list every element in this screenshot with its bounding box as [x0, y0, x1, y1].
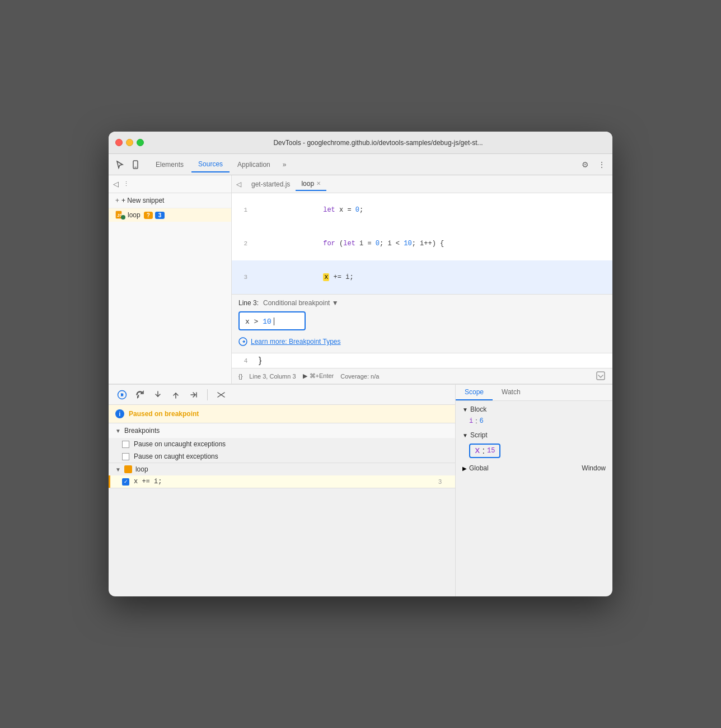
new-snippet-button[interactable]: + + New snippet	[109, 193, 231, 208]
bp-item[interactable]: ✓ x += i; 3	[109, 475, 455, 488]
tab-close-icon[interactable]: ✕	[316, 180, 321, 186]
more-options-icon[interactable]: ⋮	[596, 158, 608, 171]
cursor-icon[interactable]	[113, 158, 127, 171]
scope-block: ▼ Block i : 6	[456, 403, 612, 427]
code-line-1: 1 let x = 0;	[232, 193, 612, 227]
file-item-loop[interactable]: JS loop ? 3	[109, 208, 231, 222]
condition-text: x > 10	[245, 318, 271, 326]
pause-uncaught-checkbox[interactable]	[122, 441, 129, 448]
sidebar-back-icon[interactable]: ◁	[113, 180, 119, 188]
pause-caught-checkbox[interactable]	[122, 453, 129, 460]
run-indicator	[121, 215, 125, 220]
tab-application[interactable]: Application	[231, 157, 277, 172]
coverage-dropdown[interactable]	[596, 371, 606, 382]
code-lines: 1 let x = 0; 2 for (let i = 0; i < 10; i…	[232, 193, 612, 294]
sidebar-toolbar: ◁ ⋮	[109, 175, 231, 193]
scope-global-header[interactable]: ▶ Global Window	[456, 463, 612, 474]
scope-block-header[interactable]: ▼ Block	[456, 403, 612, 416]
minimize-button[interactable]	[126, 139, 133, 146]
bp-expand-arrow: ▼	[115, 466, 121, 473]
deactivate-breakpoints-button[interactable]	[214, 388, 228, 402]
navigator-icon[interactable]: ◁	[236, 180, 241, 188]
sidebar-more-icon[interactable]: ⋮	[123, 180, 129, 188]
text-cursor	[274, 318, 274, 325]
pause-uncaught-row[interactable]: Pause on uncaught exceptions	[109, 438, 455, 450]
section-expand-arrow: ▼	[115, 428, 121, 434]
code-line-2: 2 for (let i = 0; i < 10; i++) {	[232, 227, 612, 260]
scope-script: ▼ Script x : 15	[456, 429, 612, 460]
sidebar: ◁ ⋮ + + New snippet JS loop	[109, 175, 232, 384]
code-line-4: 4 }	[232, 353, 612, 368]
scope-script-header[interactable]: ▼ Script	[456, 429, 612, 441]
title-bar: DevTools - googlechrome.github.io/devtoo…	[109, 132, 612, 154]
code-editor: ◁ get-started.js loop ✕ 1	[232, 175, 612, 384]
sources-panel: ◁ ⋮ + + New snippet JS loop	[109, 175, 612, 384]
svg-rect-8	[123, 393, 124, 396]
scope-var-i: i : 6	[456, 416, 612, 427]
debug-left: i Paused on breakpoint ▼ Breakpoints Pau…	[109, 385, 456, 596]
step-out-button[interactable]	[169, 388, 182, 402]
tab-get-started[interactable]: get-started.js	[246, 178, 296, 190]
header-tabs: Elements Sources Application »	[149, 157, 579, 172]
breakpoint-panel: Line 3: Conditional breakpoint ▼ x > 10	[232, 294, 612, 353]
traffic-lights	[115, 139, 144, 146]
learn-more-icon	[238, 337, 247, 346]
var-x-value: 15	[487, 447, 495, 455]
more-tabs-button[interactable]: »	[278, 161, 291, 169]
devtools-window: DevTools - googlechrome.github.io/devtoo…	[109, 132, 612, 596]
tab-sources[interactable]: Sources	[191, 157, 230, 172]
condition-input-wrapper[interactable]: x > 10	[238, 311, 306, 330]
settings-icon[interactable]: ⚙	[579, 158, 591, 171]
close-button[interactable]	[115, 139, 123, 146]
breakpoint-header: Line 3: Conditional breakpoint ▼	[238, 299, 606, 307]
bottom-panel: i Paused on breakpoint ▼ Breakpoints Pau…	[109, 384, 612, 596]
file-name: loop	[128, 211, 141, 219]
run-snippet-button[interactable]: ▶ ⌘+Enter	[303, 372, 334, 380]
scope-content: ▼ Block i : 6 ▼ Script	[456, 401, 612, 596]
tab-loop[interactable]: loop ✕	[296, 178, 326, 191]
toolbar-separator	[207, 389, 208, 400]
scope-global: ▶ Global Window	[456, 463, 612, 474]
tab-scope[interactable]: Scope	[456, 385, 493, 400]
breakpoints-section: ▼ Breakpoints Pause on uncaught exceptio…	[109, 423, 455, 463]
debug-toolbar	[109, 385, 455, 405]
breakpoint-count: 3	[155, 212, 165, 219]
scope-tabs: Scope Watch	[456, 385, 612, 401]
bp-code: x += i;	[134, 478, 438, 486]
coverage-info: Coverage: n/a	[340, 373, 379, 380]
svg-rect-5	[597, 372, 605, 380]
maximize-button[interactable]	[137, 139, 144, 146]
resume-button[interactable]	[115, 388, 129, 402]
bp-file-icon	[124, 465, 132, 473]
cursor-position: Line 3, Column 3	[249, 373, 296, 380]
tab-watch[interactable]: Watch	[493, 385, 530, 400]
svg-rect-1	[134, 167, 137, 167]
devtools-header: Elements Sources Application » ⚙ ⋮	[109, 154, 612, 175]
breakpoint-badge: ?	[144, 212, 153, 219]
bp-line-number: 3	[438, 478, 442, 485]
plus-icon: +	[115, 197, 119, 204]
code-content: 1 let x = 0; 2 for (let i = 0; i < 10; i…	[232, 193, 612, 368]
step-over-button[interactable]	[133, 388, 147, 402]
tab-elements[interactable]: Elements	[149, 157, 190, 172]
code-line-3: 3 x += i;	[232, 260, 612, 294]
bp-current-indicator	[109, 475, 110, 488]
bp-file-header[interactable]: ▼ loop	[109, 463, 455, 475]
mobile-icon[interactable]	[129, 158, 142, 171]
window-title: DevTools - googlechrome.github.io/devtoo…	[151, 139, 606, 147]
step-into-button[interactable]	[151, 388, 165, 402]
pause-caught-row[interactable]: Pause on caught exceptions	[109, 450, 455, 463]
learn-more-link[interactable]: Learn more: Breakpoint Types	[238, 335, 606, 348]
info-icon: i	[115, 409, 124, 418]
pretty-print-button[interactable]: {}	[238, 373, 242, 380]
file-icon: JS	[115, 211, 124, 220]
step-button[interactable]	[187, 388, 200, 402]
status-bar: {} Line 3, Column 3 ▶ ⌘+Enter Coverage: …	[232, 368, 612, 384]
breakpoints-header[interactable]: ▼ Breakpoints	[109, 423, 455, 438]
paused-text: Paused on breakpoint	[129, 410, 199, 418]
header-actions: ⚙ ⋮	[579, 158, 608, 171]
editor-tabs: ◁ get-started.js loop ✕	[232, 175, 612, 193]
svg-rect-7	[121, 393, 122, 396]
breakpoint-file-section: ▼ loop ✓ x += i; 3	[109, 463, 455, 488]
bp-checkbox-checked[interactable]: ✓	[122, 478, 129, 486]
